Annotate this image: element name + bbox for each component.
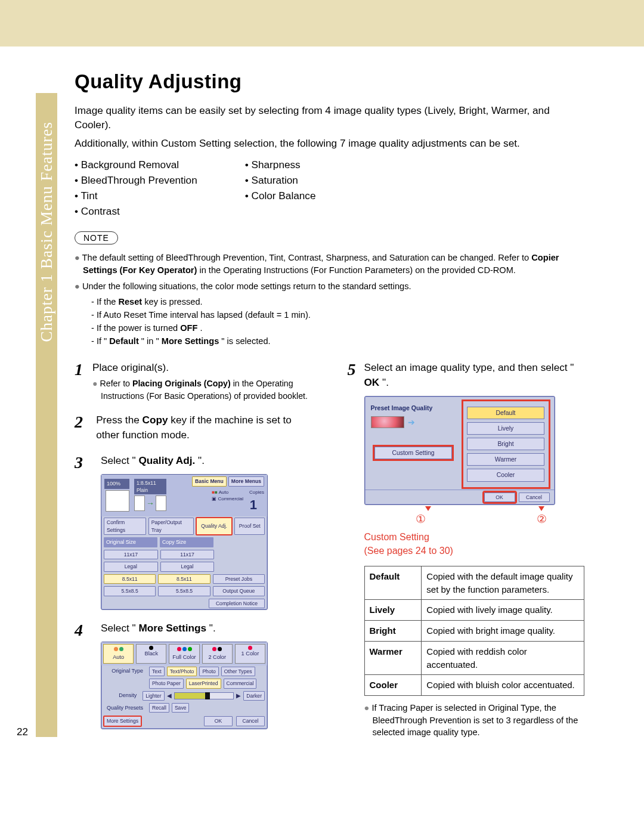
step-text: Press the: [96, 414, 142, 426]
step-text: Select ": [101, 622, 136, 634]
tbl-val: Copied with lively image quality.: [422, 600, 584, 621]
cancel-button[interactable]: Cancel: [236, 716, 265, 726]
copy-basic-panel: 100% 1:8.5x11 Plain: [101, 474, 268, 610]
output-queue-button[interactable]: Output Queue: [213, 586, 265, 596]
copies-label: Copies: [249, 489, 264, 496]
adj-item: Tint: [75, 190, 197, 202]
step-2: 2 Press the Copy key if the machine is s…: [75, 413, 312, 442]
step-subnote-bold: Placing Originals (Copy): [132, 379, 231, 388]
proof-set-button[interactable]: Proof Set: [234, 518, 265, 535]
step-text: ".: [382, 376, 389, 388]
note-sub: " is selected.: [221, 336, 270, 346]
recall-button[interactable]: Recall: [149, 703, 169, 713]
mode-1-color[interactable]: 1 Color: [235, 644, 265, 664]
adj-item: Background Removal: [75, 159, 197, 171]
ok-button[interactable]: OK: [484, 493, 515, 502]
size-option[interactable]: Legal: [104, 562, 158, 571]
page-number: 22: [17, 726, 28, 738]
adj-item: Saturation: [245, 174, 316, 187]
tab-more-menus[interactable]: More Menus: [228, 476, 264, 486]
tbl-val: Copied with the default image quality se…: [422, 566, 584, 600]
preset-lively[interactable]: Lively: [467, 422, 544, 435]
auto-label: Auto: [219, 490, 228, 495]
note-sub: - If the power is turned: [91, 323, 180, 333]
mode-full-color[interactable]: Full Color: [169, 644, 199, 664]
mode-label: Full Color: [172, 654, 196, 661]
note-sub-bold: Reset: [118, 297, 142, 306]
note-sub-bold: OFF: [180, 323, 197, 333]
orig-laserprinted[interactable]: LaserPrinted: [186, 679, 221, 688]
mode-black[interactable]: Black: [136, 644, 166, 664]
note-sub: key is pressed.: [144, 297, 202, 306]
custom-setting-button[interactable]: Custom Setting: [374, 447, 452, 459]
size-option[interactable]: 5.5x8.5: [104, 586, 156, 596]
step-text: ".: [198, 454, 205, 466]
preset-quality-panel: Preset Image Quality ➔ Custom Setting De…: [364, 396, 555, 505]
arrow-icon: ➔: [408, 416, 415, 428]
mode-auto[interactable]: Auto: [103, 644, 134, 664]
orig-photo-paper[interactable]: Photo Paper: [149, 679, 184, 688]
note-text: in the Operating Instructions (For Funct…: [199, 265, 515, 275]
arrow-down-icon: [538, 506, 544, 511]
ok-button[interactable]: OK: [204, 716, 233, 726]
col-copy-size: Copy Size: [160, 537, 213, 547]
callout-arrows: ① ②: [364, 506, 585, 528]
size-option[interactable]: 11x17: [160, 550, 215, 559]
callout-1: ①: [416, 511, 426, 528]
size-option[interactable]: 8.5x11: [158, 574, 210, 584]
red-caption-2: (See pages 24 to 30): [364, 546, 453, 556]
orig-text[interactable]: Text: [149, 667, 165, 676]
note-text: Under the following situations, the colo…: [75, 280, 584, 293]
step-text-bold: Quality Adj.: [138, 454, 195, 466]
page-title: Quality Adjusting: [75, 70, 584, 93]
quality-desc-table: DefaultCopied with the default image qua…: [364, 566, 585, 696]
tbl-key: Lively: [364, 600, 422, 621]
size-option[interactable]: 11x17: [104, 550, 158, 559]
preset-bright[interactable]: Bright: [467, 438, 544, 450]
size-option[interactable]: 8.5x11: [104, 574, 156, 584]
step-text-bold: More Settings: [138, 622, 206, 634]
chapter-label: Chapter 1 Basic Menu Features: [37, 122, 56, 342]
step-number: 2: [75, 413, 88, 442]
step-text: ".: [209, 622, 216, 634]
step-3: 3 Select " Quality Adj. ". 100%: [75, 453, 312, 610]
note-sub: - If the: [91, 297, 118, 306]
confirm-settings-button[interactable]: Confirm Settings: [104, 518, 146, 535]
density-label: Density: [104, 692, 140, 699]
mode-label: 1 Color: [242, 650, 259, 658]
adj-item: BleedThrough Prevention: [75, 174, 197, 187]
tab-basic-menu[interactable]: Basic Menu: [192, 476, 227, 486]
size-option[interactable]: 5.5x8.5: [158, 586, 210, 596]
preset-default[interactable]: Default: [467, 407, 544, 419]
note-list: The default setting of BleedThrough Prev…: [75, 252, 584, 347]
mode-2-color[interactable]: 2 Color: [202, 644, 233, 664]
note-sub-bold: Default: [109, 336, 138, 346]
orig-commercial[interactable]: Commercial: [224, 679, 257, 688]
mode-label: Auto: [113, 654, 124, 661]
doc-icon: [156, 496, 166, 511]
quality-adj-button[interactable]: Quality Adj.: [196, 518, 233, 535]
lighter-button[interactable]: Lighter: [143, 691, 164, 701]
orig-other[interactable]: Other Types: [221, 667, 255, 676]
orig-textphoto[interactable]: Text/Photo: [167, 667, 197, 676]
orig-type-label: Original Type: [104, 667, 147, 675]
preset-warmer[interactable]: Warmer: [467, 453, 544, 466]
preset-jobs-button[interactable]: Preset Jobs: [213, 574, 265, 584]
preview-thumb: [106, 490, 129, 512]
preset-cooler[interactable]: Cooler: [467, 469, 544, 481]
darker-button[interactable]: Darker: [243, 691, 265, 701]
save-button[interactable]: Save: [172, 703, 190, 713]
completion-notice-button[interactable]: Completion Notice: [209, 599, 265, 608]
orig-photo[interactable]: Photo: [199, 667, 218, 676]
size-option[interactable]: Legal: [160, 562, 215, 571]
note-badge: NOTE: [75, 231, 118, 244]
more-settings-button[interactable]: More Settings: [104, 716, 141, 726]
density-slider[interactable]: [174, 692, 234, 699]
doc-icon: [134, 496, 145, 511]
tbl-val: Copied with bluish color accentuated.: [422, 675, 584, 696]
quality-adj-panel: Auto Black Full Color 2 Color 1 Color Or…: [101, 642, 268, 729]
tbl-key: Bright: [364, 621, 422, 642]
step-4: 4 Select " More Settings ". Auto Black F…: [75, 621, 312, 729]
cancel-button[interactable]: Cancel: [519, 493, 550, 502]
paper-output-tray-button[interactable]: Paper/Output Tray: [148, 518, 194, 535]
